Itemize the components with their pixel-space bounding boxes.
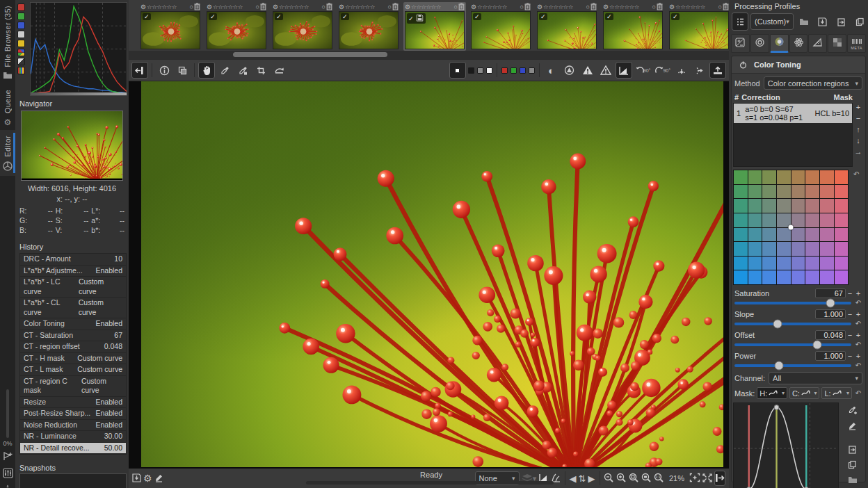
hand-tool-button[interactable] <box>198 62 215 79</box>
save-profile-icon[interactable] <box>814 13 831 31</box>
grid-cell[interactable] <box>777 228 791 242</box>
collapse-filmstrip-button[interactable] <box>131 62 148 79</box>
grid-cell[interactable] <box>777 242 791 256</box>
profile-gear-icon[interactable]: ⚙ <box>207 3 212 10</box>
bw-preview-button[interactable]: ◐ <box>543 62 560 79</box>
grid-cell[interactable] <box>734 270 748 284</box>
slider-value[interactable]: 1.000 <box>815 351 846 361</box>
slider-decrement[interactable]: − <box>846 331 854 339</box>
color-label-icon[interactable]: ○ <box>718 3 722 10</box>
histogram-plot[interactable] <box>30 2 127 96</box>
slider-reset-icon[interactable]: ↶ <box>854 341 862 348</box>
history-row[interactable]: CT - Saturation67 <box>20 330 126 342</box>
load-curve-icon[interactable] <box>846 474 860 487</box>
crop-tool-button[interactable] <box>252 62 269 79</box>
grid-cell[interactable] <box>748 213 762 227</box>
sidebar-tab-editor[interactable]: Editor <box>0 130 15 175</box>
rotate-right-90-button[interactable]: 90° <box>653 62 672 79</box>
grid-cell[interactable] <box>734 228 748 242</box>
grid-cell[interactable] <box>777 270 791 284</box>
grid-cell[interactable] <box>734 199 748 213</box>
slider-knob[interactable] <box>774 361 783 370</box>
raw-tab[interactable] <box>828 34 846 53</box>
grid-cell[interactable] <box>820 228 834 242</box>
duplicate-region-button[interactable]: → <box>853 147 863 156</box>
rank-stars[interactable]: ☆☆☆☆☆☆ <box>213 3 243 10</box>
grid-cell[interactable] <box>734 185 748 199</box>
open-profile-icon[interactable] <box>796 13 812 31</box>
color-label-icon[interactable]: ○ <box>190 3 193 10</box>
filmstrip-thumbnail-9[interactable]: ⚙☆☆☆☆☆☆○✓ <box>668 2 729 51</box>
grid-cell[interactable] <box>748 270 762 284</box>
color-tab[interactable] <box>770 34 789 53</box>
history-row[interactable]: Post-Resize Sharp...Enabled <box>20 408 126 420</box>
metadata-tab[interactable]: META <box>847 34 866 53</box>
grid-cell[interactable] <box>748 257 762 270</box>
bg-color-swatch[interactable] <box>477 67 483 74</box>
trash-icon[interactable] <box>524 3 531 12</box>
history-row[interactable]: CT - region C maskCustom curve <box>20 376 126 397</box>
profile-gear-icon[interactable]: ⚙ <box>339 3 344 10</box>
grid-cell[interactable] <box>762 170 776 184</box>
add-to-queue-icon[interactable]: ⚙ <box>143 471 152 486</box>
luminosity-button[interactable] <box>17 31 25 38</box>
grid-cell[interactable] <box>734 213 748 227</box>
history-row[interactable]: CT - H maskCustom curve <box>20 353 126 365</box>
copy-profile-icon[interactable] <box>852 13 868 31</box>
grid-cell[interactable] <box>762 228 776 242</box>
grid-cell[interactable] <box>835 213 849 227</box>
thumbnail-image[interactable]: ✓ <box>140 11 200 49</box>
exposure-tab[interactable] <box>731 34 750 53</box>
grid-cell[interactable] <box>777 170 791 184</box>
grid-cell[interactable] <box>777 257 791 270</box>
next-image-icon[interactable]: ▶ <box>588 471 595 486</box>
grid-cell[interactable] <box>791 270 805 284</box>
profile-gear-icon[interactable]: ⚙ <box>140 3 146 10</box>
history-row[interactable]: CT - region offset0.048 <box>20 341 126 353</box>
correction-list[interactable]: 1a=0 b=0 S=67s=1 o=0.048 p=1HCL b=10 <box>733 103 853 167</box>
profile-gear-icon[interactable]: ⚙ <box>603 3 609 10</box>
copy-curve-icon[interactable] <box>846 459 860 471</box>
pick-color-icon[interactable] <box>846 405 860 417</box>
profile-gear-icon[interactable]: ⚙ <box>273 3 278 10</box>
profile-gear-icon[interactable]: ⚙ <box>669 3 675 10</box>
green-channel-button[interactable] <box>17 13 25 20</box>
navigator-thumbnail[interactable] <box>21 111 123 181</box>
slider-reset-icon[interactable]: ↶ <box>854 320 862 327</box>
grid-cell[interactable] <box>820 170 834 184</box>
history-row[interactable]: L*a*b* - CL curveCustom curve <box>20 298 126 318</box>
rank-stars[interactable]: ☆☆☆☆☆☆ <box>279 3 309 10</box>
grid-cell[interactable] <box>805 185 819 199</box>
filmstrip-thumbnail-4[interactable]: ⚙☆☆☆☆☆☆○✓ <box>337 2 400 51</box>
grid-cell[interactable] <box>791 257 805 270</box>
history-row[interactable]: NR - Detail recove...50.00 <box>20 443 126 455</box>
grid-cell[interactable] <box>762 185 776 199</box>
grid-cell[interactable] <box>791 199 805 213</box>
color-label-icon[interactable]: ○ <box>256 3 259 10</box>
color-label-icon[interactable]: ○ <box>322 3 326 10</box>
mask-curve-editor[interactable] <box>733 402 839 488</box>
zoom-out-icon[interactable] <box>604 471 614 486</box>
filmstrip-thumbnail-7[interactable]: ⚙☆☆☆☆☆☆○✓ <box>536 2 598 51</box>
trash-icon[interactable] <box>657 3 663 12</box>
zoom-fit-icon[interactable] <box>629 471 639 486</box>
grid-cell[interactable] <box>791 170 805 184</box>
slider-value[interactable]: 67 <box>815 288 846 298</box>
slider-increment[interactable]: + <box>854 289 862 298</box>
grid-cell[interactable] <box>835 242 849 256</box>
history-row[interactable]: Color ToningEnabled <box>20 318 126 330</box>
history-row[interactable]: DRC - Amount10 <box>20 254 126 266</box>
mask-reset-icon[interactable]: ↶ <box>854 389 862 397</box>
perspective-horizontal-button[interactable] <box>691 62 708 79</box>
paste-profile-icon[interactable] <box>833 13 850 31</box>
trash-icon[interactable] <box>392 3 399 12</box>
trash-icon[interactable] <box>194 3 200 12</box>
sidebar-tab-file-browser[interactable]: File Browser (35) <box>0 0 15 84</box>
collapse-right-panel-icon[interactable] <box>714 471 725 486</box>
grid-cell[interactable] <box>762 257 776 270</box>
slider-track[interactable] <box>734 364 851 367</box>
filmstrip-thumbnail-2[interactable]: ⚙☆☆☆☆☆☆○✓ <box>205 2 268 51</box>
zoom-in-icon[interactable] <box>616 471 627 486</box>
filmstrip-thumbnail-5[interactable]: ⚙☆☆☆☆☆☆○✓ <box>403 2 466 51</box>
mask-curve-c[interactable]: C:▾ <box>789 387 820 399</box>
